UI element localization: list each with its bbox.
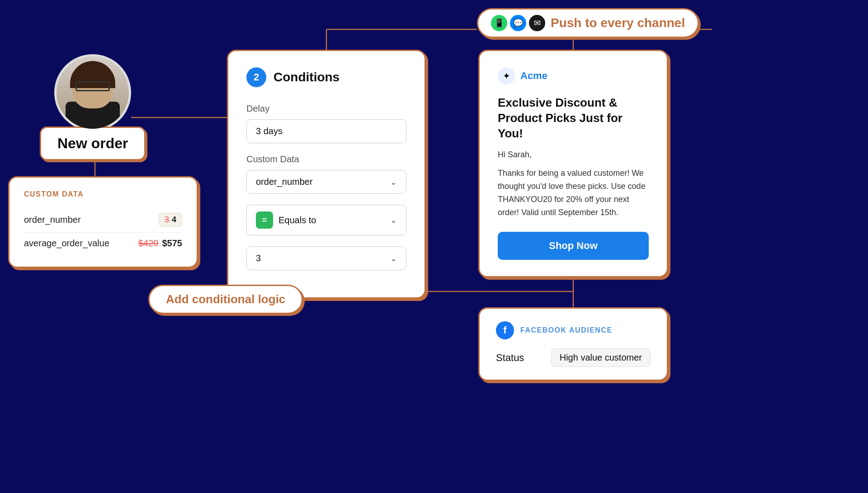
whatsapp-icon: 📱	[491, 15, 507, 31]
table-row: average_order_value $420 $575	[24, 233, 182, 254]
facebook-audience-card: f FACEBOOK AUDIENCE Status High value cu…	[478, 307, 668, 381]
new-value-avg: $575	[162, 238, 183, 249]
old-value-order-number: 3	[165, 215, 169, 225]
field-value: order_number	[256, 177, 313, 187]
custom-data-card: CUSTOM DATA order_number 3 4 average_ord…	[8, 176, 198, 268]
custom-data-section-label: CUSTOM DATA	[24, 190, 182, 198]
operator-dropdown[interactable]: = Equals to ⌄	[246, 205, 406, 235]
equals-icon: =	[256, 211, 273, 229]
facebook-icon: f	[496, 321, 514, 339]
delay-value-box[interactable]: 3 days	[246, 119, 406, 143]
custom-data-label: Custom Data	[246, 154, 406, 164]
old-value-avg: $420	[138, 238, 159, 249]
facebook-status-label: Status	[496, 352, 524, 364]
channel-icons: 📱 💬 ✉	[491, 15, 545, 31]
data-key-order-number: order_number	[24, 215, 81, 225]
email-icon: ✉	[529, 15, 545, 31]
new-order-node: New order	[40, 54, 146, 160]
email-preview-card: ✦ Acme Exclusive Discount & Product Pick…	[478, 50, 668, 277]
conditions-card: 2 Conditions Delay 3 days Custom Data or…	[227, 50, 426, 299]
messenger-icon: 💬	[510, 15, 526, 31]
facebook-section-label: FACEBOOK AUDIENCE	[520, 326, 613, 334]
brand-name: Acme	[520, 70, 547, 82]
chevron-down-icon: ⌄	[390, 177, 397, 187]
email-salutation: Hi Sarah,	[498, 150, 649, 160]
push-channel-text: Push to every channel	[551, 16, 685, 30]
facebook-status-row: Status High value customer	[496, 348, 651, 367]
data-badge-order-number: 3 4	[159, 213, 182, 227]
chevron-down-icon: ⌄	[390, 215, 397, 225]
conditions-header: 2 Conditions	[246, 67, 406, 87]
shop-now-button[interactable]: Shop Now	[498, 232, 649, 260]
delay-label: Delay	[246, 103, 406, 114]
push-channel-badge: 📱 💬 ✉ Push to every channel	[477, 8, 699, 38]
add-conditional-logic-badge[interactable]: Add conditional logic	[148, 285, 303, 314]
email-headline: Exclusive Discount & Product Picks Just …	[498, 95, 649, 141]
facebook-header: f FACEBOOK AUDIENCE	[496, 321, 651, 339]
conditions-title: Conditions	[274, 70, 340, 85]
email-brand: ✦ Acme	[498, 67, 649, 85]
comparison-value: 3	[256, 253, 261, 263]
facebook-status-value: High value customer	[551, 348, 651, 367]
new-value-order-number: 4	[172, 215, 176, 225]
email-body: Thanks for being a valued customer! We t…	[498, 167, 649, 219]
chevron-down-icon: ⌄	[390, 254, 397, 263]
new-order-label: New order	[40, 127, 146, 160]
data-values-avg: $420 $575	[138, 238, 182, 249]
table-row: order_number 3 4	[24, 207, 182, 233]
data-key-avg-order-value: average_order_value	[24, 238, 109, 249]
comparison-dropdown[interactable]: 3 ⌄	[246, 246, 406, 270]
field-dropdown[interactable]: order_number ⌄	[246, 170, 406, 194]
conditions-number: 2	[246, 67, 266, 87]
delay-value: 3 days	[256, 126, 283, 136]
operator-value: Equals to	[278, 215, 385, 225]
avatar	[54, 54, 131, 131]
brand-icon: ✦	[498, 67, 515, 85]
